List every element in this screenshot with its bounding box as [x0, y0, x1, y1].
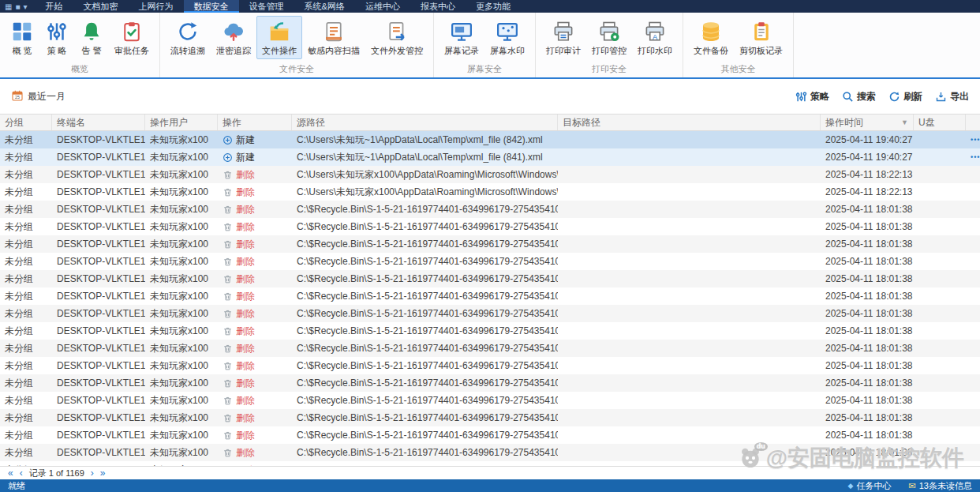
menu-tab-设备管理[interactable]: 设备管理 [239, 0, 294, 13]
column-header-操作时间[interactable]: 操作时间▼ [821, 115, 914, 130]
task-center-button[interactable]: ◆ 任务中心 [848, 480, 892, 492]
ribbon-item-文件外发管控[interactable]: 文件外发管控 [365, 16, 428, 59]
column-filter-icon[interactable]: ▼ [901, 118, 908, 126]
column-header-终端名[interactable]: 终端名 [52, 115, 145, 130]
toolbar-action-label: 搜索 [857, 90, 876, 103]
cell-user: 未知玩家x100 [145, 270, 218, 287]
application-window: ▦ ■ ▾ 开始文档加密上网行为数据安全设备管理系统&网络运维中心报表中心更多功… [0, 0, 980, 492]
cell-usb [914, 322, 966, 340]
table-row[interactable]: 未分组DESKTOP-VLKTLE1未知玩家x100删除C:\$Recycle.… [0, 305, 980, 322]
ribbon-item-文件操作[interactable]: 文件操作 [256, 16, 302, 59]
menu-tab-数据安全[interactable]: 数据安全 [184, 0, 239, 13]
cell-action: 新建 [218, 148, 292, 166]
ribbon-group-label: 文件安全 [162, 62, 432, 77]
cell-terminal: DESKTOP-VLKTLE1 [52, 322, 145, 340]
table-row[interactable]: 未分组DESKTOP-VLKTLE1未知玩家x100删除C:\$Recycle.… [0, 340, 980, 357]
ribbon-item-概览[interactable]: 概 览 [5, 16, 39, 59]
first-page-icon[interactable]: « [8, 468, 13, 478]
ribbon-item-label: 剪切板记录 [739, 45, 783, 57]
cell-usb [914, 374, 966, 392]
toolbar-action-label: 策略 [810, 90, 829, 103]
导出-button[interactable]: 导出 [935, 90, 969, 103]
table-row[interactable]: 未分组DESKTOP-VLKTLE1未知玩家x100删除C:\$Recycle.… [0, 357, 980, 374]
ribbon-item-屏幕水印[interactable]: 屏幕水印 [484, 16, 530, 59]
ribbon-item-策略[interactable]: 策 略 [39, 16, 74, 59]
table-row[interactable]: 未分组DESKTOP-VLKTLE1未知玩家x100删除C:\$Recycle.… [0, 409, 980, 426]
table-row[interactable]: 未分组DESKTOP-VLKTLE1未知玩家x100删除C:\$Recycle.… [0, 392, 980, 409]
ribbon-item-label: 打印审计 [546, 45, 581, 57]
action-label: 删除 [236, 446, 255, 460]
file-operation-folder-icon [267, 19, 291, 44]
table-row[interactable]: 未分组DESKTOP-VLKTLE1未知玩家x100删除C:\$Recycle.… [0, 444, 980, 461]
ribbon-item-告警[interactable]: 告 警 [74, 16, 109, 59]
ribbon-item-审批任务[interactable]: 审批任务 [109, 16, 155, 59]
menu-tab-运维中心[interactable]: 运维中心 [355, 0, 410, 13]
print-control-icon [597, 19, 621, 44]
cell-group: 未分组 [0, 287, 52, 305]
cell-terminal: DESKTOP-VLKTLE1 [52, 183, 145, 201]
table-row[interactable]: 未分组DESKTOP-VLKTLE1未知玩家x100删除C:\$Recycle.… [0, 374, 980, 392]
ribbon-item-剪切板记录[interactable]: 剪切板记录 [734, 16, 788, 59]
cell-user: 未知玩家x100 [145, 305, 218, 322]
table-row[interactable]: 未分组DESKTOP-VLKTLE1未知玩家x100删除C:\$Recycle.… [0, 270, 980, 287]
ribbon-item-打印水印[interactable]: A打印水印 [632, 16, 678, 59]
prev-page-icon[interactable]: ‹ [20, 468, 23, 478]
ribbon-item-文件备份[interactable]: 文件备份 [688, 16, 734, 59]
table-row[interactable]: 未分组DESKTOP-VLKTLE1未知玩家x100删除C:\$Recycle.… [0, 322, 980, 340]
cell-user: 未知玩家x100 [145, 183, 218, 201]
ribbon-item-屏幕记录[interactable]: 屏幕记录 [439, 16, 484, 59]
cell-terminal: DESKTOP-VLKTLE1 [52, 357, 145, 374]
ribbon-item-泄密追踪[interactable]: 泄密追踪 [211, 16, 256, 59]
column-header-分组[interactable]: 分组 [0, 115, 52, 130]
status-bar: 就绪 ◆ 任务中心 ✉ 13条未读信息 [0, 479, 980, 492]
策略-button[interactable]: 策略 [795, 90, 829, 103]
menu-tab-文档加密[interactable]: 文档加密 [73, 0, 129, 13]
column-header-源路径[interactable]: 源路径 [292, 115, 558, 130]
cell-source-path: C:\$Recycle.Bin\S-1-5-21-1619774401-6349… [292, 305, 558, 322]
cell-time: 2025-04-11 18:01:38 [821, 305, 914, 322]
trash-icon [223, 257, 233, 267]
menu-tab-更多功能[interactable]: 更多功能 [466, 0, 521, 13]
ribbon-group-文件安全: 流转追溯泄密追踪文件操作敏感内容扫描文件外发管控文件安全 [160, 13, 434, 77]
menu-tab-报表中心[interactable]: 报表中心 [410, 0, 466, 13]
menu-tab-系统&网络[interactable]: 系统&网络 [294, 0, 355, 13]
ribbon-item-打印审计[interactable]: 打印审计 [540, 16, 586, 59]
table-row[interactable]: 未分组DESKTOP-VLKTLE1未知玩家x100删除C:\$Recycle.… [0, 253, 980, 270]
ribbon-item-打印管控[interactable]: 打印管控 [586, 16, 632, 59]
menu-tab-开始[interactable]: 开始 [36, 0, 73, 13]
刷新-button[interactable]: 刷新 [888, 90, 922, 103]
cell-target-path [558, 166, 821, 183]
ribbon-group-概览: 概 览策 略告 警审批任务概览 [0, 13, 160, 77]
row-menu-icon[interactable]: ••• [971, 136, 980, 144]
table-row[interactable]: 未分组DESKTOP-VLKTLE1未知玩家x100删除C:\$Recycle.… [0, 426, 980, 444]
unread-messages-button[interactable]: ✉ 13条未读信息 [909, 480, 972, 492]
table-row[interactable]: 未分组DESKTOP-VLKTLE1未知玩家x100删除C:\Users\未知玩… [0, 166, 980, 183]
refresh-icon [888, 91, 900, 103]
next-page-icon[interactable]: › [91, 468, 94, 478]
cell-terminal: DESKTOP-VLKTLE1 [52, 392, 145, 409]
table-row[interactable]: 未分组DESKTOP-VLKTLE1未知玩家x100删除C:\$Recycle.… [0, 201, 980, 218]
toolbar-actions: 策略搜索刷新导出 [795, 90, 969, 103]
ribbon-item-敏感内容扫描[interactable]: 敏感内容扫描 [302, 16, 365, 59]
column-header-目标路径[interactable]: 目标路径 [558, 115, 821, 130]
table-row[interactable]: 未分组DESKTOP-VLKTLE1未知玩家x100删除C:\$Recycle.… [0, 287, 980, 305]
window-menu-button[interactable]: ▦ ■ ▾ [0, 0, 36, 13]
ribbon-item-流转追溯[interactable]: 流转追溯 [165, 16, 211, 59]
搜索-button[interactable]: 搜索 [842, 90, 876, 103]
trash-icon [223, 291, 233, 302]
table-row[interactable]: 未分组DESKTOP-VLKTLE1未知玩家x100删除C:\$Recycle.… [0, 218, 980, 235]
column-header-操作[interactable]: 操作 [218, 115, 292, 130]
last-page-icon[interactable]: » [100, 468, 106, 478]
table-row[interactable]: 未分组DESKTOP-VLKTLE1未知玩家x100新建C:\Users\未知玩… [0, 148, 980, 166]
menu-tab-上网行为[interactable]: 上网行为 [129, 0, 184, 13]
column-header-操作用户[interactable]: 操作用户 [145, 115, 218, 130]
table-row[interactable]: 未分组DESKTOP-VLKTLE1未知玩家x100删除C:\Users\未知玩… [0, 183, 980, 201]
column-header-U盘[interactable]: U盘 [914, 115, 966, 130]
row-menu-icon[interactable]: ••• [971, 153, 980, 161]
unread-messages-label: 13条未读信息 [919, 480, 972, 492]
table-row[interactable]: 未分组DESKTOP-VLKTLE1未知玩家x100删除C:\$Recycle.… [0, 235, 980, 253]
date-range-filter[interactable]: 25 最近一月 [11, 89, 65, 104]
cell-group: 未分组 [0, 270, 52, 287]
table-row[interactable]: 未分组DESKTOP-VLKTLE1未知玩家x100新建C:\Users\未知玩… [0, 131, 980, 148]
file-send-control-icon [385, 19, 409, 44]
